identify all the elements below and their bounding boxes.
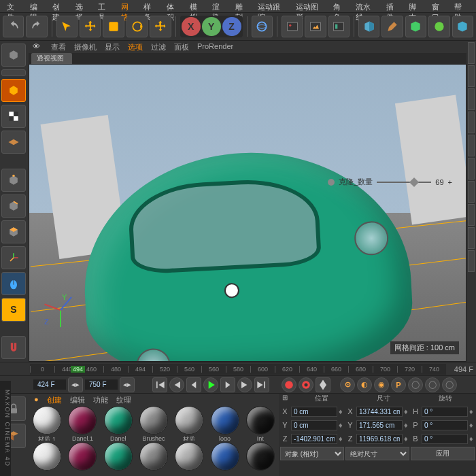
menu-运动图形[interactable]: 运动图形 [292, 1, 329, 11]
select-tool[interactable] [56, 16, 78, 37]
render-settings-button[interactable] [328, 16, 350, 37]
go-end-button[interactable] [254, 377, 269, 392]
menu-插件[interactable]: 插件 [382, 1, 405, 11]
material-item[interactable]: 材质 [172, 406, 206, 441]
pos-Z-field[interactable] [291, 434, 337, 444]
axis-button[interactable] [1, 246, 26, 269]
material-item[interactable]: logo [207, 406, 241, 441]
view-menu-面板[interactable]: 面板 [174, 42, 189, 52]
prev-key-button[interactable] [169, 377, 184, 392]
view-menu-选项[interactable]: 选项 [128, 42, 143, 52]
snap-toggle-button[interactable]: S [1, 298, 26, 321]
size-Y-field[interactable] [356, 420, 403, 430]
axis-z-toggle[interactable]: Z [222, 17, 241, 36]
next-key-button[interactable] [237, 377, 252, 392]
key-pla-button[interactable]: ◯ [408, 377, 423, 392]
material-item[interactable]: Danel.1 [65, 406, 99, 441]
edge-mode-button[interactable] [1, 194, 26, 218]
rot-X-field[interactable] [422, 407, 468, 417]
material-item[interactable]: Int [243, 406, 277, 441]
size-mode-select[interactable]: 绝对尺寸 [345, 447, 409, 460]
key-pos-button[interactable]: ⊙ [340, 377, 355, 392]
pos-X-field[interactable] [291, 407, 337, 417]
menu-工具[interactable]: 工具 [94, 1, 117, 11]
view-menu-查看[interactable]: 查看 [51, 42, 66, 52]
material-tab[interactable]: 纹理 [116, 395, 131, 403]
go-start-button[interactable] [152, 377, 167, 392]
key-scale-button[interactable]: ◐ [357, 377, 372, 392]
menu-文件[interactable]: 文件 [3, 1, 26, 11]
rot-Y-field[interactable] [422, 420, 468, 430]
menu-网格[interactable]: 网格 [117, 1, 140, 11]
material-item[interactable]: Danel [101, 406, 135, 441]
material-item[interactable] [30, 442, 64, 475]
undo-button[interactable] [3, 16, 24, 37]
end-frame-field[interactable]: 750 F [85, 379, 118, 390]
generator-button[interactable] [405, 16, 426, 37]
view-menu-过滤[interactable]: 过滤 [151, 42, 166, 52]
autokey-button[interactable] [299, 377, 313, 392]
record-button[interactable] [282, 377, 296, 392]
material-item[interactable]: 材质.1 [30, 406, 64, 441]
keyframe-sel-button[interactable] [316, 377, 330, 392]
deformer-button[interactable] [428, 16, 449, 37]
environment-button[interactable] [452, 16, 473, 37]
key-rot-button[interactable]: ◉ [374, 377, 389, 392]
next-frame-button[interactable] [220, 377, 235, 392]
menu-运动跟踪[interactable]: 运动跟踪 [254, 1, 291, 11]
material-item[interactable] [243, 442, 277, 475]
menu-脚本[interactable]: 脚本 [405, 1, 428, 11]
apply-button[interactable]: 应用 [411, 447, 475, 460]
material-item[interactable] [65, 442, 99, 475]
right-tool[interactable] [468, 42, 475, 64]
material-item[interactable] [172, 442, 206, 475]
material-tab[interactable]: 功能 [93, 395, 108, 403]
make-editable-button[interactable] [1, 44, 26, 67]
spin-icon[interactable]: ◂▸ [68, 377, 83, 392]
viewport-3d[interactable]: 克隆_数量 69 + Y Z 网格间距 : 100 cm [29, 64, 466, 362]
recent-tool[interactable] [150, 16, 171, 37]
material-tab[interactable]: 编辑 [70, 395, 85, 403]
material-tab[interactable]: 创建 [47, 395, 62, 403]
viewport-tweak-button[interactable] [1, 272, 26, 295]
rot-Z-field[interactable] [422, 434, 468, 444]
scale-tool[interactable] [103, 16, 124, 37]
primitive-cube-button[interactable] [358, 16, 379, 37]
model-mode-button[interactable] [1, 79, 26, 102]
material-item[interactable] [101, 442, 135, 475]
menu-雕刻[interactable]: 雕刻 [231, 1, 254, 11]
material-item[interactable] [137, 442, 171, 475]
view-menu-摄像机[interactable]: 摄像机 [74, 42, 97, 52]
menu-角色[interactable]: 角色 [329, 1, 352, 11]
timeline-current-frame[interactable]: 494 [71, 366, 85, 373]
key-opt2-button[interactable]: ◯ [442, 377, 457, 392]
menu-选择[interactable]: 选择 [71, 1, 95, 11]
menu-流水线[interactable]: 流水线 [352, 1, 381, 11]
menu-窗口[interactable]: 窗口 [428, 1, 451, 11]
menu-渲染[interactable]: 渲染 [208, 1, 231, 11]
menu-样条[interactable]: 样条 [139, 1, 163, 11]
menu-编辑[interactable]: 编辑 [26, 1, 49, 11]
view-menu-ProRender[interactable]: ProRender [197, 42, 233, 52]
coord-system-button[interactable] [252, 16, 273, 37]
move-tool[interactable] [80, 16, 101, 37]
render-view-button[interactable] [282, 16, 303, 37]
spline-pen-button[interactable] [381, 16, 403, 37]
coord-mode-select[interactable]: 对象 (相对) [280, 447, 344, 460]
key-param-button[interactable]: P [391, 377, 406, 392]
menu-模拟[interactable]: 模拟 [186, 1, 209, 11]
texture-mode-button[interactable] [1, 105, 26, 128]
material-item[interactable] [207, 442, 241, 475]
key-opt-button[interactable]: ◯ [425, 377, 440, 392]
render-picture-button[interactable] [305, 16, 326, 37]
spin-icon[interactable]: ◂▸ [120, 377, 135, 392]
rotate-tool[interactable] [126, 16, 148, 37]
menu-帮助[interactable]: 帮助 [450, 1, 473, 11]
size-Z-field[interactable] [356, 434, 403, 444]
menu-体积[interactable]: 体积 [163, 1, 186, 11]
viewport-tab[interactable]: 透视视图 [31, 53, 72, 64]
pos-Y-field[interactable] [291, 420, 337, 430]
hud-slider[interactable]: 克隆_数量 69 + [328, 177, 452, 187]
prev-frame-button[interactable] [186, 377, 201, 392]
workplane-button[interactable] [1, 131, 26, 154]
